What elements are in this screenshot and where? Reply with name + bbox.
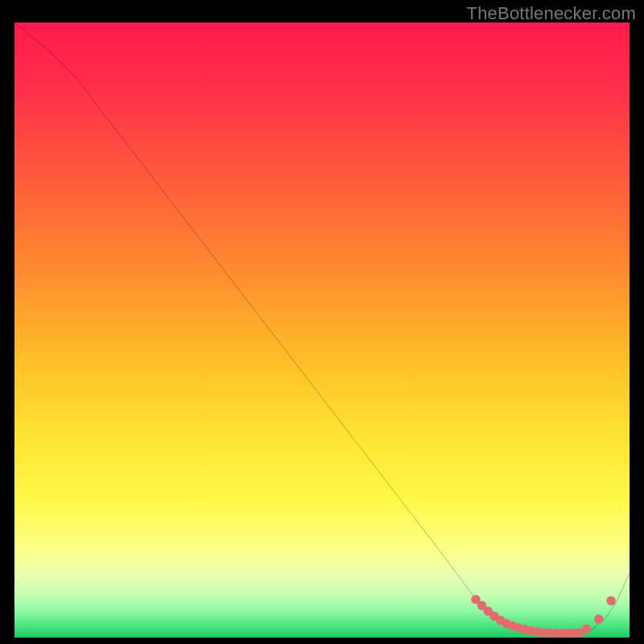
watermark-text: TheBottlenecker.com	[467, 3, 636, 24]
data-marker	[582, 625, 591, 634]
plot-background	[14, 23, 630, 638]
bottleneck-chart	[14, 23, 630, 638]
data-marker	[594, 614, 603, 623]
data-marker	[606, 596, 615, 605]
chart-stage: TheBottlenecker.com	[0, 0, 644, 644]
